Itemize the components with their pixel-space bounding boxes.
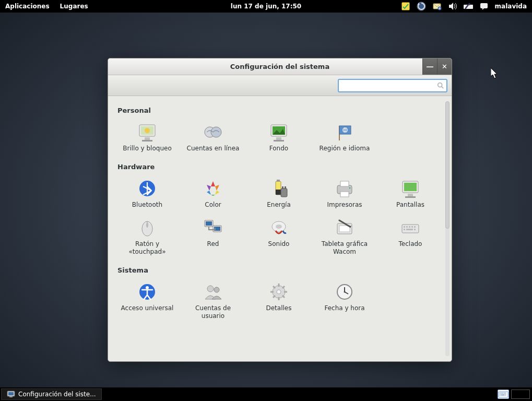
svg-point-72 (146, 286, 149, 289)
svg-rect-100 (501, 394, 504, 395)
tile-label: Red (207, 240, 219, 248)
power-icon (268, 178, 289, 199)
svg-rect-9 (480, 3, 488, 8)
tile-label: Bluetooth (132, 201, 162, 209)
window-title: Configuración del sistema (108, 63, 452, 70)
universal-access-icon (137, 281, 158, 302)
svg-marker-6 (449, 3, 453, 10)
tile-power[interactable]: Energía (248, 175, 310, 212)
svg-point-73 (207, 286, 214, 292)
tile-label: Cuentas en línea (187, 145, 240, 152)
section-hardware-title: Hardware (117, 163, 446, 171)
tile-bluetooth[interactable]: Bluetooth (116, 175, 178, 212)
tile-details[interactable]: Detalles (248, 278, 310, 323)
color-icon (203, 178, 223, 199)
region-language-icon (334, 122, 355, 143)
note-icon[interactable] (401, 2, 410, 11)
chat-icon[interactable] (479, 2, 489, 11)
scrollbar[interactable] (445, 101, 450, 356)
user-menu[interactable]: malavida (495, 3, 527, 10)
displays-icon (400, 178, 421, 199)
tile-network[interactable]: Red (182, 214, 244, 259)
tile-label: Pantallas (396, 201, 424, 209)
menu-applications[interactable]: Aplicaciones (0, 3, 55, 10)
tile-printers[interactable]: Impresoras (314, 175, 375, 212)
svg-line-83 (282, 286, 285, 288)
svg-line-12 (442, 86, 444, 88)
section-personal: Brillo y bloqueo Cuentas en línea Fondo … (116, 119, 446, 156)
svg-point-84 (277, 290, 281, 294)
svg-text:0: 0 (439, 7, 441, 10)
minimize-button[interactable]: ― (422, 58, 437, 75)
settings-window: Configuración del sistema ― ✕ Personal B… (108, 58, 452, 362)
online-accounts-icon (203, 122, 223, 143)
bluetooth-icon (137, 178, 158, 199)
bottom-panel: Configuración del siste... (0, 387, 532, 401)
svg-marker-30 (215, 185, 219, 191)
svg-rect-54 (206, 221, 212, 226)
menu-places[interactable]: Lugares (55, 3, 93, 10)
tile-user-accounts[interactable]: Cuentas de usuario (182, 278, 244, 323)
svg-rect-63 (404, 226, 405, 228)
svg-point-11 (438, 82, 442, 87)
svg-rect-98 (505, 392, 506, 393)
tile-universal-access[interactable]: Acceso universal (116, 278, 178, 323)
taskbar-item-settings[interactable]: Configuración del siste... (1, 388, 102, 400)
tile-wacom[interactable]: Tableta gráfica Wacom (314, 214, 375, 259)
tile-date-time[interactable]: Fecha y hora (314, 278, 375, 323)
svg-rect-37 (276, 190, 281, 195)
svg-marker-32 (211, 195, 215, 196)
volume-icon[interactable] (448, 2, 457, 11)
tile-label: Fecha y hora (324, 304, 364, 312)
taskbar-item-icon (7, 390, 15, 398)
svg-marker-89 (491, 68, 497, 78)
tile-label: Sonido (268, 240, 290, 248)
tile-region-language[interactable]: Región e idioma (314, 119, 375, 156)
taskbar-item-label: Configuración del siste... (18, 391, 96, 398)
svg-rect-16 (145, 137, 150, 140)
svg-rect-47 (408, 194, 413, 196)
svg-line-81 (282, 296, 285, 298)
tile-brightness-lock[interactable]: Brillo y bloqueo (116, 119, 178, 156)
keyboard-layout-indicator[interactable] (498, 390, 509, 399)
search-input[interactable] (341, 82, 437, 89)
search-field[interactable] (338, 79, 447, 92)
user-accounts-icon (203, 281, 223, 302)
tile-label: Energía (267, 201, 291, 209)
details-icon (268, 281, 289, 302)
tile-online-accounts[interactable]: Cuentas en línea (182, 119, 244, 156)
svg-rect-23 (276, 137, 281, 140)
titlebar[interactable]: Configuración del sistema ― ✕ (108, 58, 452, 75)
scrollbar-thumb[interactable] (445, 101, 450, 229)
tile-label: Impresoras (327, 201, 362, 209)
svg-rect-94 (500, 392, 501, 393)
mail-icon[interactable]: 0 (432, 2, 442, 11)
network-icon (203, 217, 223, 238)
accessibility-tray-icon[interactable] (464, 2, 473, 11)
svg-rect-70 (414, 229, 416, 230)
close-button[interactable]: ✕ (437, 58, 452, 75)
svg-rect-0 (401, 2, 410, 10)
wacom-icon (334, 217, 355, 238)
svg-point-88 (344, 291, 346, 293)
tile-displays[interactable]: Pantallas (380, 175, 441, 212)
tile-label: Cuentas de usuario (183, 304, 243, 320)
tile-sound[interactable]: Sonido (248, 214, 310, 259)
update-icon[interactable] (417, 2, 426, 11)
tile-label: Detalles (266, 304, 292, 312)
svg-point-19 (211, 127, 221, 137)
tile-label: Teclado (399, 240, 422, 248)
tile-mouse-touchpad[interactable]: Ratón y «touchpad» (116, 214, 178, 259)
svg-rect-101 (505, 394, 506, 395)
svg-rect-92 (9, 396, 13, 397)
tile-color[interactable]: Color (182, 175, 244, 212)
svg-rect-64 (406, 226, 408, 228)
tile-background[interactable]: Fondo (248, 119, 310, 156)
clock[interactable]: lun 17 de jun, 17:50 (231, 3, 301, 10)
top-panel: Aplicaciones Lugares lun 17 de jun, 17:5… (0, 0, 532, 13)
tile-keyboard[interactable]: Teclado (380, 214, 441, 259)
tile-label: Tableta gráfica Wacom (315, 240, 374, 256)
toolbar (108, 75, 452, 96)
svg-rect-36 (277, 180, 280, 182)
workspace-switcher[interactable] (511, 390, 530, 399)
